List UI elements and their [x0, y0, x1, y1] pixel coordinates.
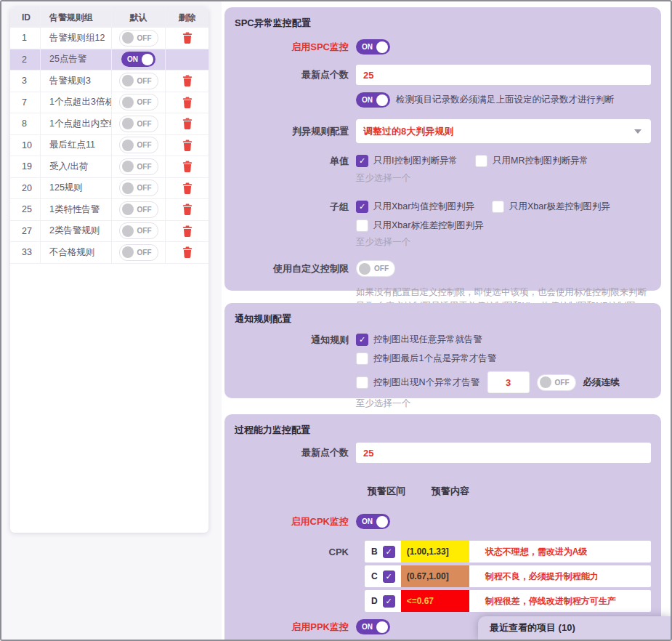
- default-toggle[interactable]: OFF: [119, 94, 158, 110]
- recent-items-overlay[interactable]: 最近查看的项目 (10): [478, 616, 671, 640]
- rule-default-cell: ON: [112, 49, 166, 70]
- spc-enable-toggle[interactable]: ON: [356, 39, 390, 55]
- section-title: SPC异常监控配置: [224, 7, 661, 30]
- checkbox-option[interactable]: 控制图最后1个点是异常才告警: [356, 352, 496, 365]
- rule-delete-cell: [166, 199, 209, 220]
- warning-content: 状态不理想，需改进为A级: [485, 546, 588, 558]
- checkbox-option-label: 只用Xbar极差控制图判异: [509, 201, 610, 213]
- rule-row-1[interactable]: 1告警规则组12OFF: [10, 28, 209, 49]
- checkbox-option[interactable]: 只用Xbar极差控制图判异: [492, 201, 610, 213]
- rule-row-8[interactable]: 81个点超出内空线OFF: [10, 113, 209, 135]
- toggle-state-label: OFF: [134, 206, 155, 214]
- warning-interval: (1.00,1.33]: [401, 541, 469, 563]
- default-toggle[interactable]: ON: [121, 52, 155, 67]
- cap-latest-points-input[interactable]: [356, 443, 651, 463]
- checkbox[interactable]: ✓: [383, 595, 395, 608]
- trash-icon[interactable]: [182, 75, 193, 86]
- default-toggle[interactable]: OFF: [119, 137, 158, 153]
- rule-default-cell: OFF: [112, 178, 166, 199]
- custom-limit-toggle[interactable]: OFF: [356, 260, 395, 277]
- toggle-knob: [540, 376, 551, 388]
- rule-default-cell: OFF: [112, 221, 166, 242]
- rule-name: 1个点超出内空线: [41, 113, 112, 134]
- trash-icon[interactable]: [182, 161, 193, 172]
- rule-row-33[interactable]: 33不合格规则OFF: [10, 242, 209, 264]
- trash-icon[interactable]: [182, 118, 193, 129]
- checkbox-option[interactable]: ✓只用Xbar均值控制图判异: [356, 201, 474, 213]
- trash-icon[interactable]: [182, 246, 193, 258]
- checkbox-option[interactable]: 只用MR控制图判断异常: [475, 155, 588, 167]
- trash-icon[interactable]: [182, 140, 193, 151]
- trash-icon[interactable]: [182, 203, 193, 215]
- checkbox-option[interactable]: 只用Xbar标准差控制图判异: [356, 219, 483, 232]
- checkbox[interactable]: [356, 219, 368, 232]
- cap-table-headers: 预警区间 预警内容: [368, 485, 661, 498]
- toggle-knob: [359, 263, 371, 275]
- ppk-enable-toggle[interactable]: ON: [356, 619, 390, 634]
- default-toggle[interactable]: OFF: [119, 222, 158, 239]
- toggle-state-label: OFF: [371, 265, 392, 273]
- rule-row-10[interactable]: 10最后红点11OFF: [10, 135, 209, 157]
- checkbox-option[interactable]: ✓只用I控制图判断异常: [356, 155, 458, 167]
- toggle-knob: [376, 94, 388, 106]
- cap-latest-points-row: 最新点个数: [224, 443, 661, 463]
- single-value-options: ✓只用I控制图判断异常只用MR控制图判断异常: [356, 155, 588, 167]
- rule-name: 告警规则组12: [41, 28, 112, 49]
- default-toggle[interactable]: OFF: [119, 201, 158, 218]
- interval-header: 预警区间: [368, 485, 405, 498]
- rule-row-25[interactable]: 251类特性告警OFF: [10, 199, 209, 221]
- trash-icon[interactable]: [182, 32, 193, 44]
- consecutive-toggle[interactable]: OFF: [537, 374, 576, 391]
- col-header-id: ID: [10, 7, 41, 28]
- record-check-toggle[interactable]: ON: [356, 92, 390, 108]
- default-toggle[interactable]: OFF: [119, 244, 158, 261]
- toggle-state-label: ON: [124, 55, 142, 63]
- checkbox-option-label: 只用MR控制图判断异常: [493, 155, 588, 167]
- rule-id: 2: [10, 49, 41, 70]
- checkbox[interactable]: ✓: [356, 155, 368, 167]
- default-toggle[interactable]: OFF: [119, 158, 158, 175]
- latest-points-input[interactable]: [356, 65, 651, 85]
- default-toggle[interactable]: OFF: [119, 73, 158, 89]
- rule-row-20[interactable]: 20125规则OFF: [10, 178, 209, 200]
- cpk-rows: B✓(1.00,1.33]状态不理想，需改进为A级C✓(0.67,1.00]制程…: [365, 541, 651, 612]
- default-toggle[interactable]: OFF: [119, 116, 158, 132]
- checkbox[interactable]: ✓: [383, 546, 395, 558]
- checkbox[interactable]: ✓: [356, 334, 368, 346]
- n-count-input[interactable]: [487, 371, 530, 393]
- cap-latest-points-label: 最新点个数: [224, 446, 349, 459]
- option-line: ✓控制图出现任意异常就告警: [356, 334, 620, 346]
- checkbox[interactable]: ✓: [356, 201, 368, 213]
- checkbox-option[interactable]: 控制图出现N个异常才告警: [356, 376, 480, 389]
- cpk-enable-toggle[interactable]: ON: [356, 514, 390, 529]
- checkbox[interactable]: ✓: [383, 571, 395, 583]
- trash-icon[interactable]: [182, 97, 193, 108]
- default-toggle[interactable]: OFF: [119, 30, 158, 47]
- rule-row-3[interactable]: 3告警规则3OFF: [10, 70, 209, 92]
- rule-config-select[interactable]: 调整过的8大判异规则: [356, 119, 651, 143]
- rule-name: 1类特性告警: [41, 199, 112, 220]
- trash-icon[interactable]: [182, 182, 193, 194]
- checkbox-option[interactable]: ✓控制图出现任意异常就告警: [356, 334, 482, 346]
- rule-row-19[interactable]: 19受入/出荷OFF: [10, 156, 209, 178]
- rule-row-27[interactable]: 272类告警规则OFF: [10, 221, 209, 243]
- default-toggle[interactable]: OFF: [119, 180, 158, 196]
- checkbox[interactable]: [492, 201, 504, 213]
- rule-id: 20: [10, 178, 41, 199]
- rule-row-2[interactable]: 225点告警ON: [10, 49, 209, 71]
- warning-content: 制程很差，停线改进制程方可生产: [485, 595, 616, 608]
- toggle-knob: [122, 32, 134, 44]
- checkbox[interactable]: [475, 155, 487, 167]
- rule-id: 25: [10, 199, 41, 220]
- rule-row-7[interactable]: 71个点超出3倍标...OFF: [10, 92, 209, 114]
- toggle-state-label: OFF: [134, 184, 155, 192]
- rule-id: 19: [10, 156, 41, 177]
- checkbox[interactable]: [356, 376, 368, 389]
- trash-icon[interactable]: [182, 225, 193, 237]
- rule-id: 7: [10, 92, 41, 113]
- checkbox[interactable]: [356, 352, 368, 365]
- rule-delete-cell: [166, 221, 209, 242]
- option-line: 只用Xbar标准差控制图判异: [356, 219, 483, 232]
- rule-delete-cell: [166, 178, 209, 199]
- toggle-knob: [122, 97, 134, 108]
